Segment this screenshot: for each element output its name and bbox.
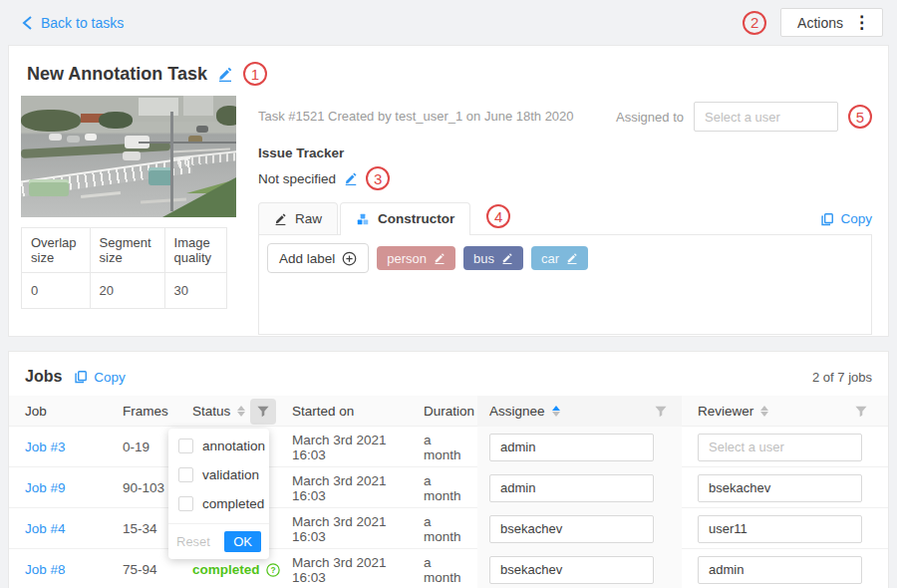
chevron-left-icon [22,16,33,30]
job-row: Job #3 0-19 March 3rd 2021 16:03 a month [9,427,888,467]
job-started: March 3rd 2021 16:03 [284,514,416,544]
tab-raw[interactable]: Raw [258,202,338,234]
status-filter-icon[interactable] [250,399,276,425]
param-value-overlap: 0 [22,273,91,309]
labels-constructor-panel: Add label person bus car [258,234,872,335]
tab-constructor-label: Constructor [378,211,454,226]
col-header-assignee-label: Assignee [489,404,545,419]
copy-icon [74,370,88,384]
job-assignee-select[interactable] [489,515,654,543]
jobs-title: Jobs [25,368,62,386]
job-assignee-select[interactable] [489,434,654,461]
col-header-reviewer-label: Reviewer [698,404,753,419]
jobs-copy-link[interactable]: Copy [74,370,126,385]
job-reviewer-select[interactable] [698,434,862,461]
param-header-overlap: Overlap size [22,228,91,273]
build-icon [356,212,370,226]
tab-raw-label: Raw [295,211,322,226]
more-vertical-icon: ⋮ [853,14,870,31]
filter-ok-button[interactable]: OK [224,531,261,552]
job-link[interactable]: Job #9 [25,480,66,495]
status-filter-dropdown: annotation validation completed Reset OK [168,429,269,559]
label-chip-bus[interactable]: bus [463,246,523,270]
edit-label-icon[interactable] [434,252,446,264]
col-header-reviewer[interactable]: Reviewer [682,396,888,427]
checkbox-annotation[interactable] [178,439,193,453]
actions-label: Actions [797,15,843,31]
filter-option-annotation[interactable]: annotation [168,429,269,460]
add-label-label: Add label [279,251,335,266]
col-header-assignee[interactable]: Assignee [477,396,682,427]
jobs-copy-label: Copy [94,370,126,385]
question-circle-icon[interactable]: ? [266,563,280,577]
label-chip-car-name: car [541,251,559,266]
edit-issue-tracker-icon[interactable] [344,171,358,185]
assignee-sorter-icon[interactable] [552,406,560,417]
labels-copy-link[interactable]: Copy [820,211,872,226]
status-sorter-icon[interactable] [237,406,245,417]
jobs-count: 2 of 7 jobs [812,370,872,385]
edit-label-icon[interactable] [566,252,578,264]
task-meta-text: Task #1521 Created by test_user_1 on Jun… [258,102,574,124]
reviewer-sorter-icon[interactable] [760,406,768,417]
job-link[interactable]: Job #8 [25,562,66,577]
task-details-card: New Annotation Task 1 [8,45,889,337]
job-started: March 3rd 2021 16:03 [284,473,416,503]
label-chip-car[interactable]: car [531,246,588,270]
label-chip-person[interactable]: person [377,246,455,270]
annotation-circle-1: 1 [243,62,267,86]
back-to-tasks-link[interactable]: Back to tasks [22,15,124,31]
task-params-table: Overlap size Segment size Image quality … [21,227,227,309]
back-to-tasks-label: Back to tasks [41,15,124,31]
job-duration: a month [416,473,477,503]
plus-circle-icon [342,251,357,266]
label-chip-person-name: person [387,251,427,266]
filter-option-annotation-label: annotation [202,439,265,453]
issue-tracker-label: Issue Tracker [258,146,872,160]
labels-tabs: Raw Constructor 4 Copy [258,202,872,234]
assigned-to-label: Assigned to [616,110,684,125]
filter-option-validation[interactable]: validation [168,460,269,489]
svg-text:?: ? [270,565,275,575]
reviewer-filter-icon[interactable] [848,399,874,425]
copy-icon [820,212,834,226]
jobs-table-header: Job Frames Status Started on Duration As… [9,396,888,427]
param-header-segment: Segment size [90,228,164,273]
task-preview-image [21,96,236,217]
job-duration: a month [416,555,477,585]
tab-constructor[interactable]: Constructor [340,202,470,235]
job-reviewer-select[interactable] [698,474,862,502]
filter-option-completed[interactable]: completed [168,489,269,518]
col-header-duration[interactable]: Duration [416,396,477,427]
checkbox-validation[interactable] [178,467,193,482]
edit-label-icon[interactable] [501,252,513,264]
job-assignee-select[interactable] [489,556,654,584]
checkbox-completed[interactable] [178,496,193,511]
param-value-segment: 20 [90,273,164,309]
col-header-job[interactable]: Job [9,396,115,427]
job-row: Job #9 90-103 March 3rd 2021 16:03 a mon… [9,467,888,508]
jobs-table: Job Frames Status Started on Duration As… [9,396,888,588]
job-started: March 3rd 2021 16:03 [284,433,416,462]
col-header-frames[interactable]: Frames [115,396,184,427]
job-reviewer-select[interactable] [698,515,862,543]
job-link[interactable]: Job #3 [25,440,66,454]
task-assignee-select[interactable] [694,102,838,132]
col-header-status[interactable]: Status [184,396,284,427]
assignee-filter-icon[interactable] [648,399,674,425]
annotation-circle-4: 4 [486,204,510,228]
job-assignee-select[interactable] [489,474,654,502]
edit-title-icon[interactable] [217,66,233,82]
job-link[interactable]: Job #4 [25,521,66,536]
add-label-button[interactable]: Add label [267,243,369,273]
job-row: Job #4 15-34 March 3rd 2021 16:03 a mont… [9,508,888,549]
col-header-started[interactable]: Started on [284,396,416,427]
annotation-circle-5: 5 [848,105,872,129]
job-reviewer-select[interactable] [698,556,862,584]
job-started: March 3rd 2021 16:03 [284,555,416,585]
task-title: New Annotation Task [27,64,207,85]
filter-reset-button[interactable]: Reset [176,534,210,549]
param-header-quality: Image quality [164,228,226,273]
actions-button[interactable]: Actions ⋮ [780,8,883,37]
jobs-card: Jobs Copy 2 of 7 jobs Job Frames Status … [8,351,889,588]
